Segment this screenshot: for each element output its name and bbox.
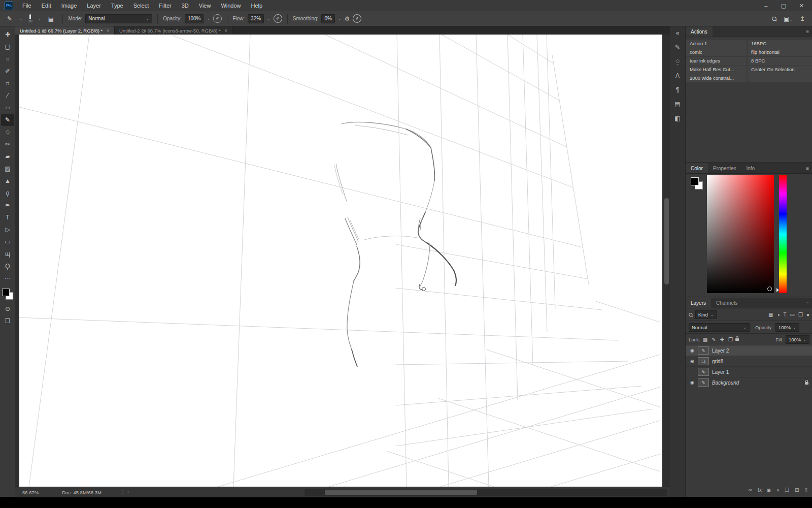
- chevron-down-icon[interactable]: ⌄: [207, 16, 210, 21]
- minimize-button[interactable]: –: [764, 3, 767, 9]
- layer-name[interactable]: grid8: [712, 359, 812, 364]
- menu-item[interactable]: View: [194, 0, 216, 11]
- visibility-eye-icon[interactable]: ◉: [688, 359, 697, 364]
- menu-item[interactable]: Filter: [154, 0, 176, 11]
- dodge-tool[interactable]: ϙ: [1, 187, 14, 199]
- color-panel-tab[interactable]: Properties: [708, 163, 741, 173]
- layer-thumbnail[interactable]: ✎: [698, 378, 709, 387]
- filter-pixel-layers-icon[interactable]: ▦: [768, 312, 773, 318]
- layers-panel-tab[interactable]: Channels: [711, 298, 742, 308]
- action-button[interactable]: 16BPC: [748, 40, 812, 48]
- action-button[interactable]: tear ink edges: [686, 57, 747, 65]
- lock-position-icon[interactable]: ✚: [720, 337, 724, 342]
- quick-mask-icon[interactable]: ⊙: [1, 303, 14, 315]
- link-layers-icon[interactable]: ∞: [749, 487, 752, 493]
- hand-tool[interactable]: ɰ: [1, 248, 14, 260]
- new-group-icon[interactable]: ❏: [785, 487, 789, 493]
- layer-thumbnail[interactable]: ✎: [698, 346, 709, 355]
- visibility-eye-icon[interactable]: ◉: [688, 380, 697, 385]
- flow-input[interactable]: 32%: [248, 14, 264, 23]
- filter-adjustment-layers-icon[interactable]: ◑: [776, 312, 780, 318]
- search-icon[interactable]: Ϙ: [770, 14, 779, 23]
- layer-filter-select[interactable]: Kind⌄: [695, 310, 717, 319]
- smoothing-input[interactable]: 0%: [321, 14, 334, 23]
- layer-name[interactable]: Background: [712, 380, 805, 386]
- zoom-tool[interactable]: Ϙ: [1, 260, 14, 272]
- libraries-panel-icon[interactable]: ▤: [674, 101, 680, 108]
- action-button[interactable]: 2000 wide constrai...: [686, 74, 747, 82]
- quick-selection-tool[interactable]: ✐: [1, 65, 14, 77]
- new-layer-icon[interactable]: ⊞: [795, 487, 799, 493]
- chevron-down-icon[interactable]: ⌄: [38, 16, 42, 21]
- type-tool[interactable]: T: [1, 211, 14, 224]
- color-panel-swatches[interactable]: [691, 177, 703, 189]
- foreground-color-swatch[interactable]: [691, 177, 699, 185]
- hue-slider-cursor[interactable]: [776, 288, 779, 292]
- collapse-panels-icon[interactable]: «: [676, 29, 680, 37]
- menu-item[interactable]: 3D: [177, 0, 194, 11]
- menu-item[interactable]: Edit: [37, 0, 56, 11]
- menu-item[interactable]: Select: [128, 0, 154, 11]
- screen-mode-icon[interactable]: ❐: [1, 315, 14, 327]
- eyedropper-tool[interactable]: ⁄: [1, 89, 14, 102]
- lock-all-icon[interactable]: [735, 338, 739, 341]
- add-mask-icon[interactable]: ◙: [767, 487, 770, 493]
- foreground-color-swatch[interactable]: [2, 289, 10, 296]
- filter-type-layers-icon[interactable]: T: [783, 312, 786, 318]
- path-selection-tool[interactable]: ▷: [1, 224, 14, 236]
- brush-settings-icon[interactable]: ✎: [675, 44, 680, 51]
- status-scrubber[interactable]: 〉 ‹: [122, 489, 129, 496]
- vertical-scrollbar[interactable]: [663, 35, 670, 487]
- lock-pixels-icon[interactable]: ✎: [712, 337, 716, 342]
- action-button[interactable]: 8 BPC: [748, 57, 812, 65]
- layer-row[interactable]: ◉ ✎ Layer 2: [686, 345, 812, 356]
- shape-tool[interactable]: ▭: [1, 236, 14, 248]
- chevron-down-icon[interactable]: ⌄: [19, 16, 23, 21]
- layer-fill-input[interactable]: 100%⌄: [786, 335, 809, 344]
- layer-row[interactable]: ◉ ✎ Background: [686, 377, 812, 388]
- layer-thumbnail[interactable]: ✎: [698, 368, 709, 376]
- menu-item[interactable]: Layer: [82, 0, 106, 11]
- menu-item[interactable]: Window: [216, 0, 246, 11]
- chevron-down-icon[interactable]: ⌄: [267, 16, 270, 21]
- menu-item[interactable]: Image: [56, 0, 82, 11]
- gradient-tool[interactable]: ▨: [1, 163, 14, 175]
- brush-tool[interactable]: ✎: [1, 114, 14, 126]
- color-field-cursor[interactable]: [767, 287, 772, 291]
- zoom-level[interactable]: 66.67%: [22, 490, 39, 495]
- spot-healing-tool[interactable]: ▱: [1, 102, 14, 114]
- vertical-scrollbar-thumb[interactable]: [664, 198, 669, 284]
- delete-layer-icon[interactable]: ▯: [804, 487, 807, 493]
- action-button[interactable]: Action 1: [686, 40, 747, 48]
- saturation-brightness-field[interactable]: [707, 175, 774, 293]
- history-brush-tool[interactable]: ✑: [1, 138, 14, 150]
- document-tab[interactable]: Untitled-1 @ 66.7% (Layer 2, RGB/8) *✕: [15, 26, 115, 35]
- tab-actions[interactable]: Actions: [686, 26, 713, 37]
- action-button[interactable]: [748, 74, 812, 82]
- marquee-tool[interactable]: ▢: [1, 41, 14, 53]
- action-button[interactable]: comic: [686, 48, 747, 56]
- close-icon[interactable]: ✕: [224, 28, 228, 33]
- foreground-background-swatches[interactable]: [2, 289, 13, 300]
- smoothing-options-gear-icon[interactable]: ⚙: [345, 15, 350, 22]
- menu-item[interactable]: Type: [106, 0, 128, 11]
- canvas[interactable]: [19, 35, 662, 487]
- chevron-down-icon[interactable]: ⌄: [338, 16, 342, 21]
- lock-artboard-icon[interactable]: ❐: [728, 337, 733, 342]
- clone-source-icon[interactable]: ⍜: [675, 58, 679, 65]
- brush-preset-picker[interactable]: 20: [26, 14, 35, 23]
- layer-opacity-input[interactable]: 100%⌄: [775, 323, 799, 332]
- pen-tool[interactable]: ✒: [1, 199, 14, 211]
- share-icon[interactable]: ↥: [800, 15, 805, 22]
- restore-button[interactable]: ▢: [781, 3, 786, 9]
- crop-tool[interactable]: ⌗: [1, 77, 14, 89]
- character-panel-icon[interactable]: A: [675, 72, 680, 79]
- layer-effects-icon[interactable]: fx: [758, 487, 762, 493]
- adjustments-panel-icon[interactable]: ◧: [674, 115, 680, 122]
- layers-panel-tab[interactable]: Layers: [686, 298, 711, 308]
- hue-slider[interactable]: [779, 175, 787, 293]
- lock-transparency-icon[interactable]: ▩: [703, 337, 707, 342]
- action-button[interactable]: Make Half Res Cut...: [686, 66, 747, 74]
- layer-row[interactable]: ◉ ❏ grid8: [686, 356, 812, 367]
- sharpen-tool[interactable]: ▲: [1, 175, 14, 187]
